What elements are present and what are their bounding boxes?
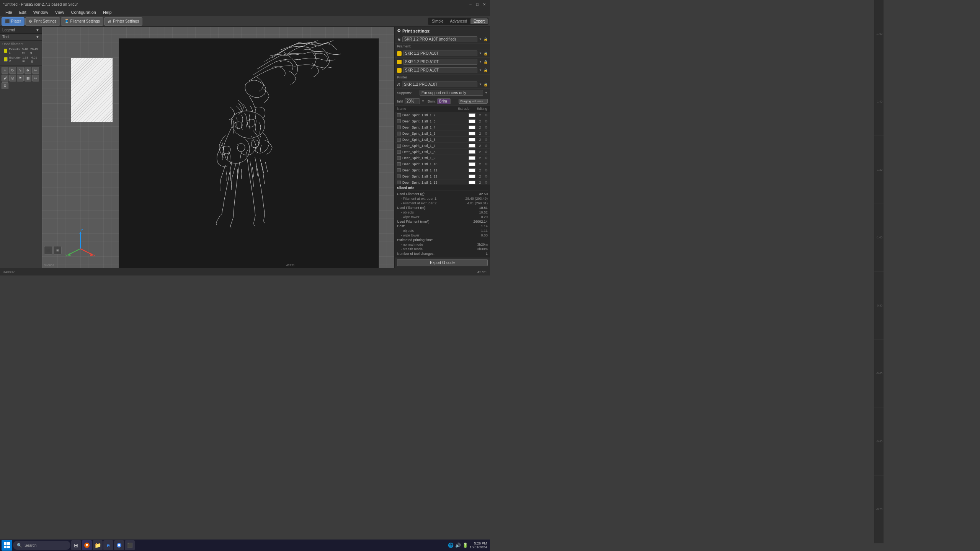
list-item[interactable]: Deer_Spirit_1.stl_1_6 2 ⚙ <box>395 137 490 143</box>
scale-icon[interactable]: ⤡ <box>17 67 24 74</box>
close-button[interactable]: ✕ <box>482 2 487 7</box>
item-settings-icon[interactable]: ⚙ <box>485 113 488 117</box>
maximize-button[interactable]: □ <box>475 2 480 7</box>
item-checkbox[interactable] <box>397 168 401 172</box>
printer-settings-button[interactable]: 🖨 Printer Settings <box>104 17 142 26</box>
supports-dropdown[interactable]: ▼ <box>485 91 488 95</box>
move-icon[interactable]: ✥ <box>24 67 31 74</box>
add-object-icon[interactable]: + <box>2 67 8 74</box>
extruder1-label: Extruder 1 <box>9 47 20 54</box>
advanced-mode-button[interactable]: Advanced <box>447 18 470 24</box>
item-checkbox[interactable] <box>397 156 401 160</box>
paint-icon[interactable]: 🖌 <box>2 75 8 82</box>
item-settings-icon[interactable]: ⚙ <box>485 144 488 148</box>
viewport[interactable]: Z X Y ⬛ ⊞ 340802 42721 <box>42 27 394 268</box>
view-cube[interactable]: ⬛ ⊞ <box>44 246 62 254</box>
cut-icon[interactable]: ✂ <box>32 67 39 74</box>
filament-settings-button[interactable]: 🧵 Filament Settings <box>61 17 103 26</box>
list-item[interactable]: Deer_Spirit_1.stl_1_11 2 ⚙ <box>395 167 490 173</box>
object-list[interactable]: Deer_Spirit_1.stl_1_2 2 ⚙ Deer_Spirit_1.… <box>395 112 490 184</box>
used-filament-label: Used filament <box>2 42 39 47</box>
filament3-dropdown[interactable]: ▼ <box>479 68 482 72</box>
brim-value[interactable]: Brim <box>437 98 451 104</box>
printer-dropdown[interactable]: ▼ <box>479 83 482 86</box>
bottom-status: 340802 <box>3 270 15 274</box>
mirror-icon[interactable]: ⇔ <box>32 75 39 82</box>
expert-mode-button[interactable]: Expert <box>470 18 488 24</box>
item-settings-icon[interactable]: ⚙ <box>485 126 488 129</box>
item-color <box>469 132 475 135</box>
item-name: Deer_Spirit_1.stl_1_5 <box>402 132 467 135</box>
item-settings-icon[interactable]: ⚙ <box>485 174 488 178</box>
item-settings-icon[interactable]: ⚙ <box>485 138 488 142</box>
printer-value: SKR 1.2 PRO A10T <box>402 82 477 87</box>
menu-help[interactable]: Help <box>100 9 115 15</box>
item-settings-icon[interactable]: ⚙ <box>485 168 488 172</box>
filament2-dropdown[interactable]: ▼ <box>479 60 482 64</box>
item-settings-icon[interactable]: ⚙ <box>485 162 488 166</box>
simple-mode-button[interactable]: Simple <box>429 18 447 24</box>
purging-volumes-button[interactable]: Purging volumes... <box>459 99 488 104</box>
item-checkbox[interactable] <box>397 138 401 142</box>
filament3-lock: 🔒 <box>483 68 488 72</box>
list-item[interactable]: Deer_Spirit_1.stl_1_10 2 ⚙ <box>395 161 490 167</box>
supports-value[interactable]: For support enforcers only <box>420 90 483 96</box>
print-settings-icon: ⚙ <box>29 19 32 23</box>
item-checkbox[interactable] <box>397 132 401 135</box>
filament1-dropdown[interactable]: ▼ <box>479 52 482 55</box>
rotate-icon[interactable]: ↻ <box>9 67 16 74</box>
item-settings-icon[interactable]: ⚙ <box>485 150 488 154</box>
list-item[interactable]: Deer_Spirit_1.stl_1_3 2 ⚙ <box>395 118 490 124</box>
ortho-view-button[interactable]: ⊞ <box>53 246 62 254</box>
item-checkbox[interactable] <box>397 174 401 178</box>
list-item[interactable]: Deer_Spirit_1.stl_1_7 2 ⚙ <box>395 143 490 149</box>
menu-edit[interactable]: Edit <box>16 9 29 15</box>
profile-dropdown-icon[interactable]: ▼ <box>479 37 482 41</box>
item-checkbox[interactable] <box>397 126 401 129</box>
item-checkbox[interactable] <box>397 181 401 184</box>
list-item[interactable]: Deer_Spirit_1.stl_1_13 2 ⚙ <box>395 179 490 184</box>
item-checkbox[interactable] <box>397 113 401 117</box>
list-item[interactable]: Deer_Spirit_1.stl_1_9 2 ⚙ <box>395 155 490 161</box>
filament1-value: SKR 1.2 PRO A10T <box>403 51 477 56</box>
bottom-right-coords: 42721 <box>477 270 487 274</box>
infill-dropdown[interactable]: ▼ <box>421 99 425 103</box>
support-icon[interactable]: ⚑ <box>17 75 24 82</box>
item-settings-icon[interactable]: ⚙ <box>485 119 488 123</box>
list-item[interactable]: Deer_Spirit_1.stl_1_4 2 ⚙ <box>395 124 490 130</box>
legend-dropdown-icon[interactable]: ▼ <box>36 28 39 32</box>
plater-button[interactable]: ⬛ Plater <box>2 17 24 26</box>
item-extruder: 2 <box>477 126 483 129</box>
settings-obj-icon[interactable]: ⚙ <box>2 82 8 89</box>
print-settings-button[interactable]: ⚙ Print Settings <box>25 17 60 26</box>
titlebar: *Untitled - PrusaSlicer-2.7.1 based on S… <box>0 0 490 8</box>
list-item[interactable]: Deer_Spirit_1.stl_1_2 2 ⚙ <box>395 112 490 118</box>
list-item[interactable]: Deer_Spirit_1.stl_1_8 2 ⚙ <box>395 149 490 155</box>
menu-configuration[interactable]: Configuration <box>68 9 99 15</box>
item-name: Deer_Spirit_1.stl_1_11 <box>402 168 467 172</box>
item-checkbox[interactable] <box>397 144 401 148</box>
legend-label: Legend <box>2 28 15 32</box>
infill-icon[interactable]: ▦ <box>24 75 31 82</box>
seam-icon[interactable]: ◎ <box>9 75 16 82</box>
item-settings-icon[interactable]: ⚙ <box>485 181 488 184</box>
item-settings-icon[interactable]: ⚙ <box>485 132 488 135</box>
item-name: Deer_Spirit_1.stl_1_6 <box>402 138 467 142</box>
minimize-button[interactable]: – <box>468 2 473 7</box>
export-gcode-button[interactable]: Export G-code <box>397 259 488 266</box>
tool-dropdown-icon[interactable]: ▼ <box>36 35 39 39</box>
cost-wipe-row: - wipe tower 0.03 <box>397 233 488 238</box>
infill-value[interactable]: 20% <box>405 98 420 104</box>
item-checkbox[interactable] <box>397 162 401 166</box>
list-item[interactable]: Deer_Spirit_1.stl_1_5 2 ⚙ <box>395 130 490 137</box>
menu-file[interactable]: File <box>2 9 15 15</box>
item-checkbox[interactable] <box>397 150 401 154</box>
item-name: Deer_Spirit_1.stl_1_2 <box>402 113 467 117</box>
item-settings-icon[interactable]: ⚙ <box>485 156 488 160</box>
col-editing-header: Editing <box>476 107 488 111</box>
list-item[interactable]: Deer_Spirit_1.stl_1_12 2 ⚙ <box>395 173 490 179</box>
menu-window[interactable]: Window <box>30 9 51 15</box>
menu-view[interactable]: View <box>52 9 67 15</box>
item-checkbox[interactable] <box>397 119 401 123</box>
perspective-view-button[interactable]: ⬛ <box>44 246 52 254</box>
